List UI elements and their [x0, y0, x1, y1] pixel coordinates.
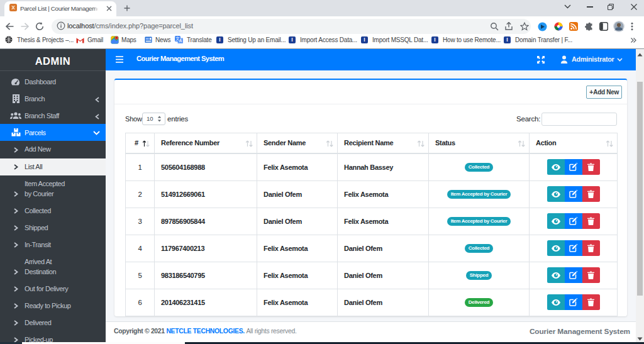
svg-text:A: A [179, 38, 182, 43]
